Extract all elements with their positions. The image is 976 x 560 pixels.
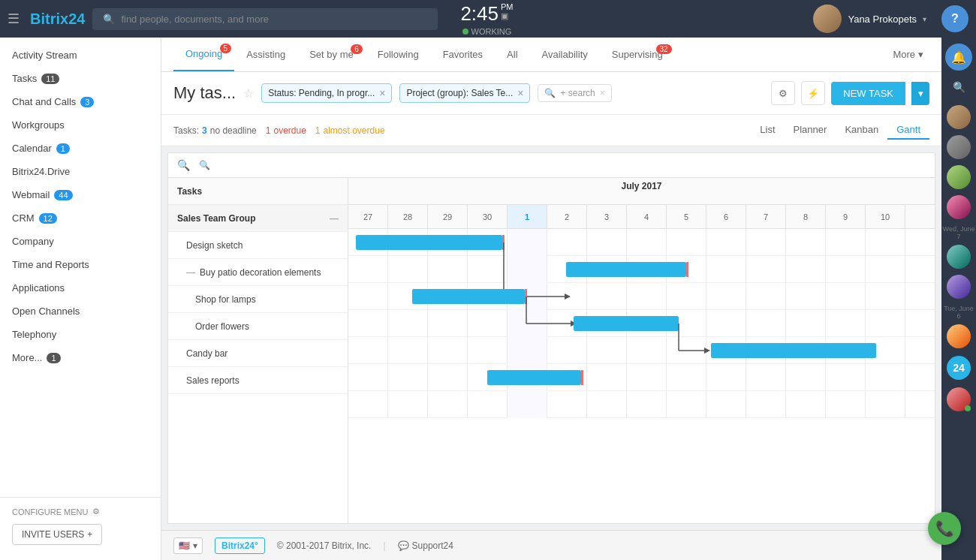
sidebar-item-webmail[interactable]: Webmail 44 [0,183,161,206]
sidebar-item-applications[interactable]: Applications [0,276,161,300]
right-panel-avatar-6[interactable] [947,275,971,299]
right-panel-avatar-7[interactable] [947,324,971,348]
working-status: WORKING [462,27,512,36]
support-link[interactable]: 💬 Support24 [398,540,453,551]
task-collapse-icon: — [186,267,195,278]
tab-availability[interactable]: Availability [530,38,600,71]
sidebar: Activity Stream Tasks 11 Chat and Calls … [0,38,161,560]
gantt-date-1: 1 [508,205,547,228]
gantt-group-sales[interactable]: Sales Team Group — [168,205,348,232]
view-planner[interactable]: Planner [785,121,836,140]
right-panel-avatar-3[interactable] [947,165,971,189]
view-gantt[interactable]: Gantt [887,121,929,140]
sidebar-item-activity[interactable]: Activity Stream [0,44,161,67]
filter-chip-project-close[interactable]: × [517,87,523,99]
sidebar-item-chat[interactable]: Chat and Calls 3 [0,90,161,113]
page-title: My tas... [173,83,236,103]
tab-following[interactable]: Following [366,38,431,71]
gantt-date-5: 5 [667,205,706,228]
gantt-body: Tasks Sales Team Group — Design sketch —… [168,178,935,523]
b24-button[interactable]: 24 [947,356,971,380]
panel-search-button[interactable]: 🔍 [945,74,972,101]
configure-menu-btn[interactable]: CONFIGURE MENU ⚙ [12,507,149,516]
right-panel-avatar-5[interactable] [947,245,971,269]
sidebar-item-calendar[interactable]: Calendar 1 [0,137,161,160]
footer-brand[interactable]: Bitrix24° [215,537,265,554]
search-input[interactable] [121,14,427,25]
tab-favorites[interactable]: Favorites [431,38,495,71]
gantt-date-2: 2 [547,205,587,228]
gantt-bg-row-2 [348,283,935,310]
user-menu[interactable]: Yana Prokopets ▾ [813,5,926,33]
help-button[interactable]: ? [941,5,968,32]
filter-chip-project[interactable]: Project (group): Sales Te... × [399,83,530,103]
gantt-date-7: 7 [746,205,786,228]
gantt-chart: 🔍 🔍 Tasks Sales Team Group — Design sket… [167,152,935,524]
tabs-bar: Ongoing 5 Assisting Set by me 6 Followin… [161,38,941,72]
tab-supervising[interactable]: Supervising 32 [600,38,675,71]
favorite-star-icon[interactable]: ☆ [243,86,254,101]
sidebar-item-company[interactable]: Company [0,230,161,253]
sidebar-item-tasks[interactable]: Tasks 11 [0,67,161,90]
right-panel-avatar-4[interactable] [947,195,971,219]
new-task-dropdown[interactable]: ▾ [911,82,929,105]
tab-all[interactable]: All [495,38,529,71]
new-task-button[interactable]: NEW TASK [831,82,905,105]
set-by-me-badge: 6 [351,44,363,54]
gantt-task-shop-lamps[interactable]: Shop for lamps [168,286,348,313]
right-panel-avatar-1[interactable] [947,105,971,129]
invite-users-button[interactable]: INVITE USERS + [12,524,102,545]
search-filter-close[interactable]: × [600,88,605,98]
gantt-bg-row-3 [348,310,935,337]
gantt-task-design[interactable]: Design sketch [168,232,348,259]
settings-button[interactable]: ⚙ [771,81,795,105]
sidebar-item-drive[interactable]: Bitrix24.Drive [0,160,161,183]
tab-set-by-me[interactable]: Set by me 6 [297,38,366,71]
search-filter-icon: 🔍 [544,88,556,98]
gantt-date-30: 30 [468,205,508,228]
working-dot [462,29,468,35]
search-bar[interactable]: 🔍 [92,8,438,30]
view-kanban[interactable]: Kanban [836,121,887,140]
gantt-task-sales-reports[interactable]: Sales reports [168,367,348,394]
sidebar-item-open-channels[interactable]: Open Channels [0,300,161,323]
gantt-task-order-flowers[interactable]: Order flowers [168,313,348,340]
sidebar-item-more[interactable]: More... 1 [0,346,161,369]
right-panel-avatar-8[interactable] [947,387,971,411]
gantt-toolbar: 🔍 🔍 [168,153,935,178]
filter-chip-status-close[interactable]: × [379,87,385,99]
tab-ongoing[interactable]: Ongoing 5 [173,38,234,71]
chat-badge: 3 [80,97,94,107]
search-filter[interactable]: 🔍 + search × [538,84,611,102]
right-panel-avatar-2[interactable] [947,135,971,159]
footer: 🇺🇸 ▾ Bitrix24° © 2001-2017 Bitrix, Inc. … [161,530,941,560]
sidebar-footer: CONFIGURE MENU ⚙ INVITE USERS + [0,497,161,554]
quick-action-button[interactable]: ⚡ [801,81,825,105]
sidebar-item-telephony[interactable]: Telephony [0,323,161,346]
notifications-button[interactable]: 🔔 [945,44,972,71]
gantt-date-3: 3 [587,205,627,228]
gantt-month-label: July 2017 [348,178,935,191]
gantt-task-candy-bar[interactable]: Candy bar [168,340,348,367]
sidebar-item-time-reports[interactable]: Time and Reports [0,253,161,276]
gantt-rows [348,229,935,418]
phone-fab-button[interactable]: 📞 [928,512,961,545]
gantt-zoom-in[interactable]: 🔍 [174,158,193,173]
tab-more[interactable]: More ▾ [887,38,929,71]
plus-icon: + [87,529,92,540]
sidebar-item-workgroups[interactable]: Workgroups [0,113,161,137]
view-list[interactable]: List [751,121,784,140]
task-actions: ⚙ ⚡ NEW TASK ▾ [771,81,929,105]
filter-chip-status[interactable]: Status: Pending, In progr... × [261,83,392,103]
hamburger-icon[interactable]: ☰ [8,11,20,27]
sidebar-item-crm[interactable]: CRM 12 [0,206,161,230]
gantt-task-buy-patio[interactable]: — Buy patio decoration elements [168,259,348,286]
online-indicator [965,405,971,411]
gantt-bg-row-0 [348,229,935,256]
gantt-zoom-out[interactable]: 🔍 [196,158,213,172]
more-badge: 1 [47,353,60,363]
task-stats-bar: Tasks: 3 no deadline 1 overdue 1 almost … [161,115,941,146]
tab-assisting[interactable]: Assisting [234,38,297,71]
language-selector[interactable]: 🇺🇸 ▾ [173,537,203,554]
flag-icon: 🇺🇸 [179,540,190,551]
